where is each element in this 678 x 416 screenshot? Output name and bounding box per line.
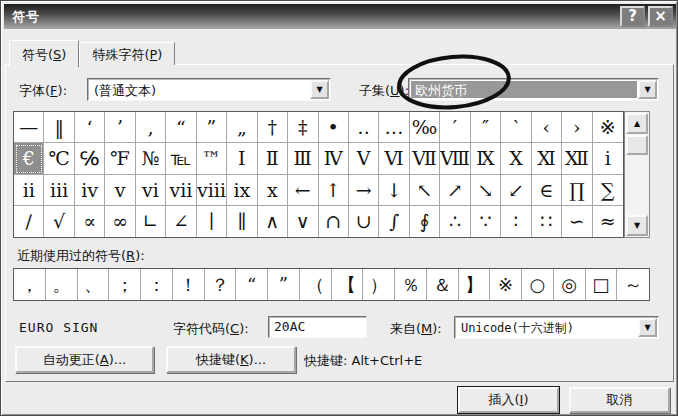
symbol-cell[interactable]: ℃	[44, 143, 74, 174]
symbol-cell[interactable]: ∽	[562, 206, 592, 237]
symbol-cell[interactable]: ⅱ	[14, 175, 44, 206]
symbol-cell[interactable]: …	[379, 112, 409, 143]
symbol-cell[interactable]: ”	[197, 112, 227, 143]
scroll-down-icon[interactable]: ▼	[626, 215, 648, 236]
tab-special-characters[interactable]: 特殊字符(P)	[79, 42, 175, 65]
recent-symbol-cell[interactable]: ～	[617, 269, 649, 300]
recent-symbol-cell[interactable]: 。	[46, 269, 78, 300]
recent-symbol-cell[interactable]: ◎	[554, 269, 586, 300]
chevron-down-icon[interactable]: ▼	[638, 318, 657, 337]
symbol-cell[interactable]: ←	[288, 175, 318, 206]
symbol-cell[interactable]: “	[166, 112, 196, 143]
symbol-cell[interactable]: •	[319, 112, 349, 143]
symbol-cell[interactable]: ℉	[105, 143, 135, 174]
symbol-cell[interactable]: Ⅹ	[501, 143, 531, 174]
recent-symbol-cell[interactable]: ”	[268, 269, 300, 300]
symbol-cell[interactable]: Ⅸ	[471, 143, 501, 174]
symbol-cell[interactable]: ↓	[379, 175, 409, 206]
recent-symbol-cell[interactable]: ：	[141, 269, 173, 300]
symbol-cell[interactable]: ›	[562, 112, 592, 143]
symbol-cell[interactable]: Ⅶ	[410, 143, 440, 174]
from-combobox[interactable]: Unicode(十六进制) ▼	[454, 316, 659, 339]
close-icon[interactable]: ×	[648, 6, 673, 27]
symbol-cell[interactable]: ⅵ	[136, 175, 166, 206]
recent-symbol-cell[interactable]: （	[300, 269, 332, 300]
symbol-cell[interactable]: ™	[197, 143, 227, 174]
symbol-cell[interactable]: ‚	[136, 112, 166, 143]
symbol-cell[interactable]: ※	[593, 112, 623, 143]
autocorrect-button[interactable]: 自动更正(A)...	[15, 346, 154, 373]
symbol-cell[interactable]: €	[14, 143, 44, 174]
font-combobox[interactable]: (普通文本) ▼	[87, 78, 331, 101]
symbol-cell[interactable]: ∨	[288, 206, 318, 237]
symbol-cell[interactable]: ⅲ	[44, 175, 74, 206]
symbol-cell[interactable]: ∮	[410, 206, 440, 237]
symbol-cell[interactable]: ℅	[75, 143, 105, 174]
symbol-cell[interactable]: ↘	[471, 175, 501, 206]
symbol-cell[interactable]: ⅷ	[197, 175, 227, 206]
grid-scrollbar[interactable]: ▲ ▼	[624, 111, 650, 238]
symbol-cell[interactable]: ⅳ	[75, 175, 105, 206]
symbol-cell[interactable]: ⅰ	[593, 143, 623, 174]
symbol-cell[interactable]: ℡	[166, 143, 196, 174]
symbol-cell[interactable]: †	[258, 112, 288, 143]
recent-symbol-cell[interactable]: ※	[490, 269, 522, 300]
symbol-cell[interactable]: √	[44, 206, 74, 237]
symbol-cell[interactable]: Ⅰ	[227, 143, 257, 174]
symbol-cell[interactable]: ∑	[593, 175, 623, 206]
symbol-cell[interactable]: ↖	[410, 175, 440, 206]
symbol-cell[interactable]: →	[349, 175, 379, 206]
symbol-cell[interactable]: ∷	[532, 206, 562, 237]
cancel-button[interactable]: 取消	[569, 387, 670, 413]
symbol-cell[interactable]: ⅴ	[105, 175, 135, 206]
symbol-cell[interactable]: ‰	[410, 112, 440, 143]
symbol-cell[interactable]: ≈	[593, 206, 623, 237]
symbol-cell[interactable]: Ⅴ	[349, 143, 379, 174]
chevron-down-icon[interactable]: ▼	[310, 80, 329, 99]
symbol-cell[interactable]: ∟	[136, 206, 166, 237]
symbol-cell[interactable]: ↙	[501, 175, 531, 206]
recent-symbol-cell[interactable]: ！	[173, 269, 205, 300]
symbol-cell[interactable]: ⅹ	[258, 175, 288, 206]
symbol-cell[interactable]: —	[14, 112, 44, 143]
symbol-cell[interactable]: „	[227, 112, 257, 143]
chevron-down-icon[interactable]: ▼	[638, 80, 657, 99]
recent-symbol-cell[interactable]: ；	[109, 269, 141, 300]
symbol-cell[interactable]: ∣	[197, 206, 227, 237]
symbol-cell[interactable]: ∕	[14, 206, 44, 237]
insert-button[interactable]: 插入(I)	[458, 387, 559, 413]
symbol-cell[interactable]: ‖	[44, 112, 74, 143]
symbol-cell[interactable]: ∵	[471, 206, 501, 237]
symbol-cell[interactable]: ∏	[562, 175, 592, 206]
symbol-cell[interactable]: ‥	[349, 112, 379, 143]
symbol-cell[interactable]: ′	[440, 112, 470, 143]
shortcut-key-button[interactable]: 快捷键(K)...	[166, 346, 296, 373]
symbol-cell[interactable]: ↗	[440, 175, 470, 206]
recent-symbol-cell[interactable]: □	[586, 269, 618, 300]
symbol-cell[interactable]: ’	[105, 112, 135, 143]
symbol-cell[interactable]: Ⅵ	[379, 143, 409, 174]
symbol-cell[interactable]: ∈	[532, 175, 562, 206]
symbol-cell[interactable]: ∩	[319, 206, 349, 237]
scrollbar-thumb[interactable]	[626, 135, 648, 155]
symbol-cell[interactable]: ‡	[288, 112, 318, 143]
recent-symbol-cell[interactable]: ○	[522, 269, 554, 300]
symbol-cell[interactable]: ∫	[379, 206, 409, 237]
symbol-cell[interactable]: ⅸ	[227, 175, 257, 206]
symbol-cell[interactable]: №	[136, 143, 166, 174]
scroll-up-icon[interactable]: ▲	[626, 113, 648, 134]
recent-symbol-cell[interactable]: 【	[332, 269, 364, 300]
recent-symbol-cell[interactable]: 】	[459, 269, 491, 300]
symbol-cell[interactable]: Ⅲ	[288, 143, 318, 174]
recent-symbol-cell[interactable]: ）	[363, 269, 395, 300]
character-code-input[interactable]: 20AC	[268, 316, 367, 338]
symbol-cell[interactable]: ∧	[258, 206, 288, 237]
recent-symbol-cell[interactable]: ％	[395, 269, 427, 300]
symbol-cell[interactable]: ‹	[532, 112, 562, 143]
symbol-cell[interactable]: ″	[471, 112, 501, 143]
recent-symbol-cell[interactable]: ？	[205, 269, 237, 300]
symbol-cell[interactable]: ∠	[166, 206, 196, 237]
symbol-cell[interactable]: ‘	[75, 112, 105, 143]
symbol-cell[interactable]: Ⅺ	[532, 143, 562, 174]
symbol-cell[interactable]: ∪	[349, 206, 379, 237]
